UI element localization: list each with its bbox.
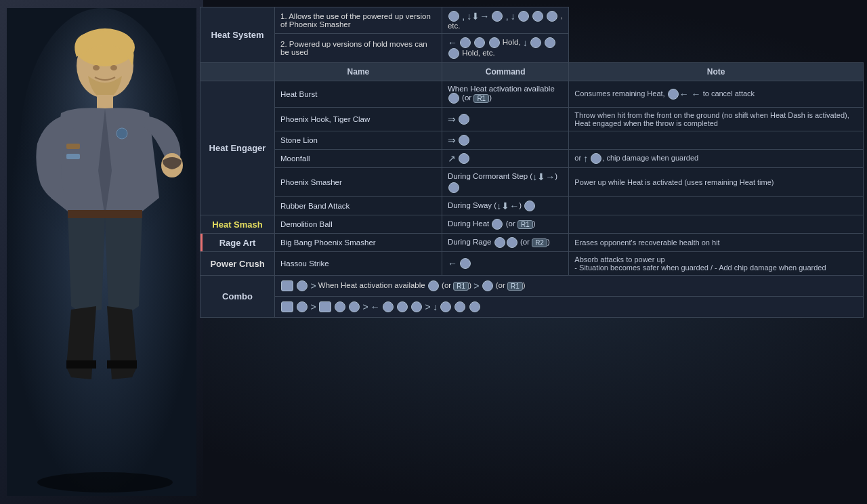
btn-ps (448, 182, 459, 193)
r2-btn: R2 (532, 238, 547, 247)
main-content: Heat System 1. Allows the use of the pow… (200, 7, 864, 497)
circle-icon (448, 11, 459, 22)
note-moonfall: or ↑ , chip damage when guarded (569, 150, 864, 168)
btn-pc (460, 258, 471, 269)
btn-rb (524, 201, 535, 211)
column-header-row: Name Command Note (200, 63, 864, 81)
power-crush-label: Power Crush (200, 252, 275, 276)
cmd-moonfall: ↗ (442, 150, 568, 168)
svg-rect-12 (66, 154, 80, 159)
circle-icon-2 (492, 11, 503, 22)
col-name: Name (275, 63, 442, 81)
svg-rect-8 (68, 210, 142, 218)
svg-rect-11 (66, 144, 80, 149)
heat-system-row-2: 2. Powered up versions of hold moves can… (200, 34, 864, 63)
circle-icon-4 (532, 11, 543, 22)
combo2-btn-1 (281, 301, 293, 312)
heat-engager-row-3: Stone Lion ⇒ (200, 131, 864, 150)
note-big-bang: Erases opponent's recoverable health on … (569, 234, 864, 252)
combo2-btn-4 (335, 301, 345, 312)
heat-engager-row-6: Rubber Band Attack During Sway (↓⬇←) (200, 197, 864, 215)
heat-system-row-1: Heat System 1. Allows the use of the pow… (200, 7, 864, 34)
btn-n1 (668, 89, 679, 100)
combo-btn-3 (428, 280, 439, 291)
heat-engager-label: Heat Engager (200, 81, 275, 215)
heat-engager-row-2: Phoenix Hook, Tiger Claw ⇒ Throw when hi… (200, 108, 864, 131)
btn-4 (530, 37, 541, 48)
combo-btn-4 (482, 280, 493, 291)
move-hassou-strike: Hassou Strike (275, 252, 442, 276)
move-demolition-ball: Demolition Ball (275, 215, 442, 234)
cmd-heat-burst: When Heat activation available (or R1) (442, 81, 568, 108)
move-moonfall: Moonfall (275, 150, 442, 168)
btn-mf2 (591, 153, 601, 164)
r1-btn: R1 (473, 94, 489, 103)
combo-btn-1 (281, 280, 293, 291)
combo2-btn-9 (440, 301, 451, 312)
move-heat-burst: Heat Burst (275, 81, 442, 108)
cmd-stone-lion: ⇒ (442, 131, 568, 150)
heat-smash-label: Heat Smash (200, 215, 275, 234)
btn-5 (545, 37, 555, 48)
combo-btn-2 (297, 280, 308, 291)
cmd-phoenix-hook: ⇒ (442, 108, 568, 131)
note-phoenix-hook: Throw when hit from the front on the gro… (569, 108, 864, 131)
col-command: Command (442, 63, 568, 81)
rage-art-row: Rage Art Big Bang Phoenix Smasher During… (200, 234, 864, 252)
note-rubber-band (569, 197, 864, 215)
col-note: Note (569, 63, 864, 81)
combo-row-2: > > ← > ↓ (200, 297, 864, 318)
cmd-rubber-band: During Sway (↓⬇←) (442, 197, 568, 215)
combo-r1-2: R1 (507, 282, 523, 291)
svg-point-14 (37, 472, 173, 492)
btn-sl (459, 135, 469, 146)
combo-r1-1: R1 (453, 282, 469, 291)
heat-smash-row: Heat Smash Demolition Ball During Heat (… (200, 215, 864, 234)
rage-art-label: Rage Art (200, 234, 275, 252)
power-crush-row: Power Crush Hassou Strike ← Absorb attac… (200, 252, 864, 276)
cmd-demolition-ball: During Heat (or R1) (442, 215, 568, 234)
svg-point-4 (93, 65, 100, 70)
heat-engager-row-5: Phoenix Smasher During Cormorant Step (↓… (200, 168, 864, 197)
btn-3 (489, 37, 500, 48)
cmd-phoenix-smasher: During Cormorant Step (↓⬇→) (442, 168, 568, 197)
heat-system-desc-1: 1. Allows the use of the powered up vers… (275, 7, 442, 34)
col-section (200, 63, 275, 81)
cmd-hassou-strike: ← (442, 252, 568, 276)
combo-label: Combo (200, 276, 275, 318)
heat-system-cmd-2: ← Hold, ↓ Hold, etc. (442, 34, 568, 63)
btn-mf (459, 153, 469, 164)
btn-ra2 (507, 237, 517, 248)
combo2-btn-8 (411, 301, 422, 312)
move-phoenix-smasher: Phoenix Smasher (275, 168, 442, 197)
combo2-btn-5 (349, 301, 360, 312)
note-demolition-ball (569, 215, 864, 234)
svg-point-5 (110, 65, 117, 70)
move-list-table: Heat System 1. Allows the use of the pow… (200, 7, 864, 318)
note-heat-burst: Consumes remaining Heat, ← ← to cancel a… (569, 81, 864, 108)
character-illustration (0, 0, 203, 504)
heat-system-cmd-1: , ↓⬇→ , ↓ , etc. (442, 7, 568, 34)
move-stone-lion: Stone Lion (275, 131, 442, 150)
heat-engager-row-4: Moonfall ↗ or ↑ , chip damage when guard… (200, 150, 864, 168)
r1-btn-2: R1 (517, 220, 533, 229)
btn-1 (460, 37, 471, 48)
heat-engager-row-1: Heat Engager Heat Burst When Heat activa… (200, 81, 864, 108)
btn-2 (474, 37, 485, 48)
combo2-btn-6 (383, 301, 394, 312)
btn-ph (459, 114, 469, 125)
combo-sequence-2: > > ← > ↓ (275, 297, 864, 318)
combo2-btn-3 (319, 301, 331, 312)
heat-system-desc-2: 2. Powered up versions of hold moves can… (275, 34, 442, 63)
combo-sequence-1: > When Heat activation available (or R1)… (275, 276, 864, 297)
btn-6 (448, 48, 459, 59)
svg-point-13 (117, 128, 127, 139)
combo-row-1: Combo > When Heat activation available (… (200, 276, 864, 297)
combo2-btn-11 (469, 301, 480, 312)
btn-ra1 (494, 237, 505, 248)
svg-rect-9 (66, 360, 96, 369)
note-phoenix-smasher: Power up while Heat is activated (uses r… (569, 168, 864, 197)
move-big-bang: Big Bang Phoenix Smasher (275, 234, 442, 252)
btn-hb (448, 93, 459, 104)
combo2-btn-7 (397, 301, 408, 312)
